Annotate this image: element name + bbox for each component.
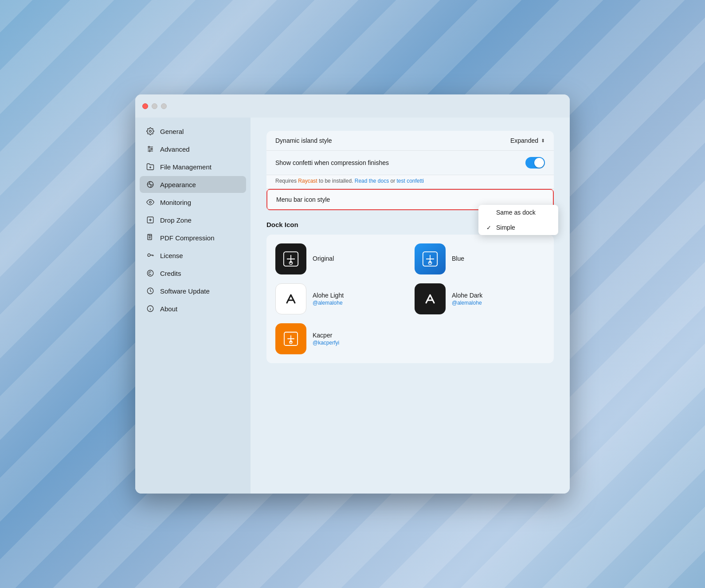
sidebar-item-file-management[interactable]: File Management — [140, 158, 246, 175]
svg-point-4 — [149, 146, 150, 148]
dropdown-item-same-as-dock[interactable]: Same as dock — [478, 205, 558, 220]
or-text: or — [389, 178, 396, 184]
chevron-updown-icon: ⬍ — [541, 138, 545, 144]
sidebar-item-label: About — [160, 305, 177, 313]
refresh-icon — [146, 286, 155, 295]
sidebar-item-label: File Management — [160, 163, 212, 171]
svg-point-15 — [148, 254, 150, 256]
info-icon — [146, 304, 155, 313]
icon-sublabel-alohe-dark: @alemalohe — [452, 300, 482, 306]
svg-point-10 — [149, 201, 152, 204]
settings-window: General Advanced — [135, 94, 570, 494]
maximize-button[interactable] — [161, 103, 167, 109]
traffic-lights — [142, 103, 167, 109]
app-icon-alohe-dark — [415, 283, 446, 314]
dock-icon-section: Dock Icon Origin — [266, 221, 554, 363]
app-icon-kacper — [275, 323, 306, 354]
sliders-icon — [146, 145, 155, 153]
sidebar-item-about[interactable]: About — [140, 300, 246, 317]
icon-info-kacper: Kacper @kacperfyi — [313, 332, 339, 346]
icon-label-blue: Blue — [452, 255, 464, 262]
icon-label-kacper: Kacper — [313, 332, 339, 339]
icon-sublabel-kacper: @kacperfyi — [313, 340, 339, 346]
sidebar-item-label: Monitoring — [160, 199, 191, 206]
confetti-info-row: Requires Raycast to be installed. Read t… — [266, 175, 554, 189]
svg-point-0 — [149, 130, 152, 133]
sidebar-item-monitoring[interactable]: Monitoring — [140, 194, 246, 211]
sidebar-item-credits[interactable]: Credits — [140, 265, 246, 282]
sidebar-item-label: General — [160, 128, 184, 135]
dropdown-item-simple[interactable]: ✓ Simple — [478, 220, 558, 235]
content-area: General Advanced — [135, 118, 570, 494]
test-confetti-link[interactable]: test confetti — [397, 178, 424, 184]
icon-info-blue: Blue — [452, 255, 464, 263]
sidebar-item-label: License — [160, 252, 183, 259]
sidebar-item-software-update[interactable]: Software Update — [140, 282, 246, 299]
confetti-label: Show confetti when compression finishes — [275, 159, 389, 166]
folder-icon — [146, 162, 155, 171]
svg-point-6 — [149, 150, 150, 152]
dropdown-label-simple: Simple — [496, 224, 515, 231]
dynamic-island-label: Dynamic island style — [275, 137, 332, 144]
dynamic-island-row[interactable]: Dynamic island style Expanded ⬍ — [266, 131, 554, 151]
sidebar-item-label: Software Update — [160, 287, 210, 295]
icon-item-original[interactable]: Original — [275, 243, 406, 274]
sidebar-item-advanced[interactable]: Advanced — [140, 141, 246, 157]
confetti-toggle[interactable] — [525, 157, 545, 169]
dropdown-label-same-as-dock: Same as dock — [496, 209, 536, 216]
copyright-icon — [146, 269, 155, 278]
installed-text: to be installed. — [317, 178, 355, 184]
appearance-icon — [146, 180, 155, 189]
raycast-link[interactable]: Raycast — [298, 178, 317, 184]
app-icon-original — [275, 243, 306, 274]
requires-text: Requires — [275, 178, 298, 184]
svg-point-5 — [151, 149, 153, 150]
pdf-icon — [146, 233, 155, 242]
dynamic-island-selected: Expanded — [510, 137, 538, 144]
confetti-row: Show confetti when compression finishes — [266, 151, 554, 175]
sidebar-item-pdf-compression[interactable]: PDF Compression — [140, 229, 246, 246]
icon-info-alohe-light: Alohe Light @alemalohe — [313, 292, 344, 306]
sidebar-item-label: Advanced — [160, 145, 190, 153]
close-button[interactable] — [142, 103, 148, 109]
key-icon — [146, 251, 155, 260]
dynamic-island-value[interactable]: Expanded ⬍ — [510, 137, 545, 144]
icon-sublabel-alohe-light: @alemalohe — [313, 300, 344, 306]
icon-item-blue[interactable]: Blue — [415, 243, 545, 274]
app-icon-alohe-light — [275, 283, 306, 314]
sidebar-item-label: Appearance — [160, 181, 196, 188]
app-icon-blue — [415, 243, 446, 274]
menu-bar-wrapper: Menu bar icon style Same as dock ✓ Simpl… — [266, 189, 554, 210]
icon-info-alohe-dark: Alohe Dark @alemalohe — [452, 292, 482, 306]
sidebar-item-license[interactable]: License — [140, 247, 246, 264]
read-docs-link[interactable]: Read the docs — [355, 178, 389, 184]
sidebar-item-label: Drop Zone — [160, 216, 192, 224]
sidebar: General Advanced — [135, 118, 251, 494]
icon-item-alohe-light[interactable]: Alohe Light @alemalohe — [275, 283, 406, 314]
gear-icon — [146, 127, 155, 136]
icon-label-alohe-dark: Alohe Dark — [452, 292, 482, 299]
eye-icon — [146, 198, 155, 207]
sidebar-item-drop-zone[interactable]: Drop Zone — [140, 212, 246, 228]
icon-label-alohe-light: Alohe Light — [313, 292, 344, 299]
icon-label-original: Original — [313, 255, 334, 262]
top-settings-section: Dynamic island style Expanded ⬍ Show con… — [266, 131, 554, 210]
sidebar-item-label: Credits — [160, 270, 181, 277]
sidebar-item-label: PDF Compression — [160, 234, 215, 242]
sidebar-item-general[interactable]: General — [140, 123, 246, 140]
icon-item-kacper[interactable]: Kacper @kacperfyi — [275, 323, 406, 354]
icon-grid: Original — [266, 235, 554, 363]
svg-point-16 — [147, 270, 153, 276]
main-panel: Dynamic island style Expanded ⬍ Show con… — [251, 118, 570, 494]
icon-item-alohe-dark[interactable]: Alohe Dark @alemalohe — [415, 283, 545, 314]
titlebar — [135, 94, 570, 118]
checkmark-simple: ✓ — [486, 224, 493, 231]
icon-info-original: Original — [313, 255, 334, 263]
minimize-button[interactable] — [152, 103, 157, 109]
dropdown-popup: Same as dock ✓ Simple — [478, 205, 558, 235]
sidebar-item-appearance[interactable]: Appearance — [140, 176, 246, 193]
menu-bar-label: Menu bar icon style — [276, 196, 330, 203]
drop-zone-icon — [146, 216, 155, 224]
